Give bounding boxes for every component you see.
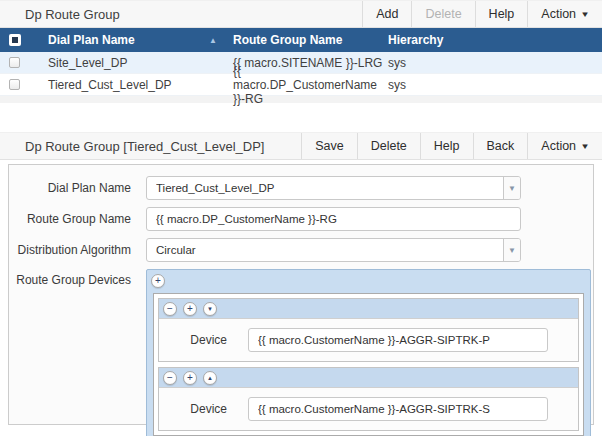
- select-all-cell: [0, 34, 48, 46]
- back-button-label: Back: [487, 139, 515, 153]
- action-button-label: Action: [541, 7, 576, 21]
- add-button[interactable]: Add: [362, 1, 411, 27]
- column-label: Dial Plan Name: [48, 33, 135, 47]
- device-group-toolbar: − + ▼: [159, 299, 578, 319]
- column-label: Route Group Name: [233, 33, 342, 47]
- add-group-button[interactable]: +: [183, 371, 197, 385]
- save-button[interactable]: Save: [301, 133, 357, 159]
- delete-button[interactable]: Delete: [411, 1, 474, 27]
- field-label: Distribution Algorithm: [9, 243, 131, 257]
- row-select-cell: [0, 57, 48, 68]
- list-toolbar: Dp Route Group Add Delete Help Action ▼: [0, 0, 602, 28]
- field-row-route-group-devices: Route Group Devices + − + ▼ Device: [9, 269, 593, 436]
- list-title: Dp Route Group: [0, 1, 362, 27]
- chevron-down-icon[interactable]: ▼: [503, 177, 520, 199]
- field-row-distribution-algorithm: Distribution Algorithm ▼: [9, 238, 593, 262]
- select-all-checkbox[interactable]: [9, 34, 21, 46]
- row-checkbox[interactable]: [9, 79, 20, 90]
- column-header-route-group-name[interactable]: Route Group Name: [233, 33, 388, 47]
- detail-title: Dp Route Group [Tiered_Cust_Level_DP]: [0, 133, 301, 159]
- distribution-algorithm-value[interactable]: [147, 239, 503, 261]
- table-header-row: Dial Plan Name ▲ Route Group Name Hierar…: [0, 28, 602, 52]
- device-group: − + ▲ Device: [158, 367, 579, 431]
- field-row-dial-plan-name: Dial Plan Name ▼: [9, 176, 593, 200]
- field-row-route-group-name: Route Group Name: [9, 207, 593, 231]
- add-device-group-button[interactable]: +: [151, 274, 165, 288]
- column-label: Hierarchy: [388, 33, 443, 47]
- device-group-body: Device: [159, 319, 578, 361]
- help-button[interactable]: Help: [475, 1, 528, 27]
- cell-route-group-name[interactable]: {{ macro.DP_CustomerName }}-RG: [233, 64, 388, 106]
- cell-hierarchy: sys: [388, 56, 602, 70]
- device-label: Device: [159, 402, 227, 416]
- cell-hierarchy: sys: [388, 78, 602, 92]
- route-group-devices-panel: + − + ▼ Device: [146, 269, 591, 436]
- chevron-down-icon[interactable]: ▼: [503, 239, 520, 261]
- device-group: − + ▼ Device: [158, 298, 579, 362]
- detail-toolbar: Dp Route Group [Tiered_Cust_Level_DP] Sa…: [0, 132, 602, 160]
- delete-button-label: Delete: [371, 139, 407, 153]
- detail-form: Dial Plan Name ▼ Route Group Name Distri…: [8, 164, 594, 425]
- device-label: Device: [159, 333, 227, 347]
- route-group-name-input[interactable]: [146, 207, 521, 231]
- section-gap: [0, 103, 602, 132]
- back-button[interactable]: Back: [473, 133, 528, 159]
- dial-plan-name-value[interactable]: [147, 177, 503, 199]
- sort-asc-icon[interactable]: ▲: [209, 36, 217, 45]
- delete-button[interactable]: Delete: [357, 133, 420, 159]
- caret-down-icon: ▼: [580, 142, 590, 151]
- device-group-toolbar: − + ▲: [159, 368, 578, 388]
- field-label: Dial Plan Name: [9, 181, 131, 195]
- action-button-label: Action: [541, 139, 576, 153]
- remove-group-button[interactable]: −: [163, 302, 177, 316]
- save-button-label: Save: [315, 139, 344, 153]
- column-header-hierarchy[interactable]: Hierarchy: [388, 33, 602, 47]
- cell-dial-plan-name[interactable]: Site_Level_DP: [48, 56, 233, 70]
- cell-dial-plan-name[interactable]: Tiered_Cust_Level_DP: [48, 78, 233, 92]
- device-groups-container: − + ▼ Device − + ▲: [153, 293, 584, 436]
- table-row[interactable]: Tiered_Cust_Level_DP {{ macro.DP_Custome…: [0, 74, 602, 96]
- dial-plan-name-select[interactable]: ▼: [146, 176, 521, 200]
- move-down-icon[interactable]: ▼: [203, 302, 217, 316]
- move-up-icon[interactable]: ▲: [203, 371, 217, 385]
- action-menu-button[interactable]: Action ▼: [527, 133, 602, 159]
- action-menu-button[interactable]: Action ▼: [527, 1, 602, 27]
- column-header-dial-plan-name[interactable]: Dial Plan Name ▲: [48, 33, 233, 47]
- remove-group-button[interactable]: −: [163, 371, 177, 385]
- field-label: Route Group Name: [9, 212, 131, 226]
- row-select-cell: [0, 79, 48, 90]
- delete-button-label: Delete: [425, 7, 461, 21]
- checkbox-fill: [12, 37, 18, 43]
- device-group-body: Device: [159, 388, 578, 430]
- help-button-label: Help: [434, 139, 460, 153]
- add-group-button[interactable]: +: [183, 302, 197, 316]
- field-label: Route Group Devices: [9, 269, 131, 287]
- device-input[interactable]: [248, 397, 548, 421]
- caret-down-icon: ▼: [580, 10, 590, 19]
- screen: Dp Route Group Add Delete Help Action ▼ …: [0, 0, 602, 436]
- devices-panel-header: +: [147, 270, 590, 291]
- help-button[interactable]: Help: [420, 133, 473, 159]
- add-button-label: Add: [376, 7, 398, 21]
- row-checkbox[interactable]: [9, 57, 20, 68]
- distribution-algorithm-select[interactable]: ▼: [146, 238, 521, 262]
- device-input[interactable]: [248, 328, 548, 352]
- help-button-label: Help: [489, 7, 515, 21]
